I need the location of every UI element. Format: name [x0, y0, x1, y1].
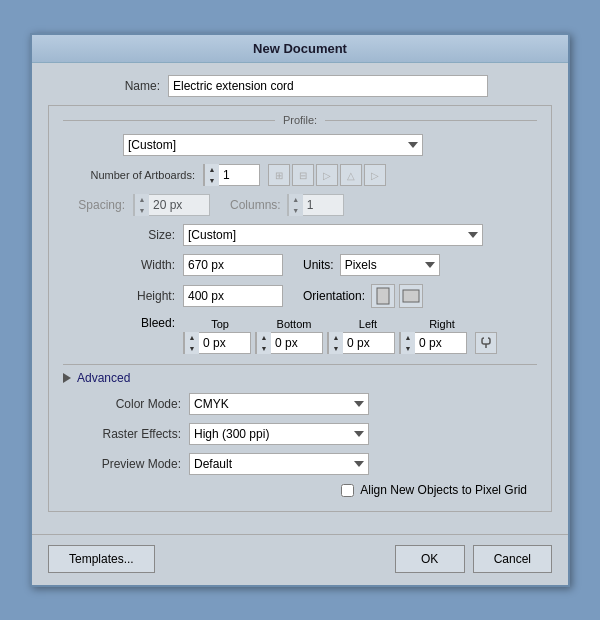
spacing-label: Spacing:	[63, 198, 133, 212]
bleed-bottom-input[interactable]	[271, 333, 317, 353]
spacing-input[interactable]	[149, 195, 209, 215]
bleed-bottom-up[interactable]: ▲	[257, 332, 271, 343]
profile-select[interactable]: [Custom] Print Web Mobile	[123, 134, 423, 156]
bleed-top-spinner[interactable]: ▲ ▼	[183, 332, 251, 354]
preview-mode-label: Preview Mode:	[79, 457, 189, 471]
advanced-label: Advanced	[77, 371, 130, 385]
columns-down[interactable]: ▼	[289, 205, 303, 216]
height-input[interactable]	[183, 285, 283, 307]
bleed-left-spinner[interactable]: ▲ ▼	[327, 332, 395, 354]
bleed-top-label: Top	[183, 318, 257, 330]
svg-rect-0	[377, 288, 389, 304]
grid-icon[interactable]: ⊞	[268, 164, 290, 186]
color-mode-row: Color Mode: CMYK RGB	[79, 393, 537, 415]
bleed-bottom-spinner[interactable]: ▲ ▼	[255, 332, 323, 354]
new-document-dialog: New Document Name: Profile: [Custom] Pri…	[30, 33, 570, 587]
spacing-down[interactable]: ▼	[135, 205, 149, 216]
preview-mode-select[interactable]: Default Pixel Overprint	[189, 453, 369, 475]
spacing-row: Spacing: ▲ ▼ Columns: ▲ ▼	[63, 194, 537, 216]
height-label: Height:	[63, 289, 183, 303]
artboards-spinner[interactable]: ▲ ▼	[203, 164, 260, 186]
advanced-triangle-icon	[63, 373, 71, 383]
raster-select[interactable]: High (300 ppi) Medium (150 ppi) Low (72 …	[189, 423, 369, 445]
name-row: Name:	[48, 75, 552, 97]
grid2-icon[interactable]: ⊟	[292, 164, 314, 186]
orientation-label: Orientation:	[303, 289, 365, 303]
align-checkbox[interactable]	[341, 484, 354, 497]
advanced-section: Advanced Color Mode: CMYK RGB Raster Eff…	[63, 364, 537, 497]
profile-divider: Profile:	[63, 114, 537, 126]
arrange-right-icon[interactable]: ▷	[316, 164, 338, 186]
artboards-input[interactable]	[219, 165, 259, 185]
artboard-layout-icons: ⊞ ⊟ ▷ △ ▷	[268, 164, 386, 186]
align-label: Align New Objects to Pixel Grid	[360, 483, 527, 497]
bleed-right-spinner[interactable]: ▲ ▼	[399, 332, 467, 354]
preview-mode-row: Preview Mode: Default Pixel Overprint	[79, 453, 537, 475]
spacing-up[interactable]: ▲	[135, 194, 149, 205]
portrait-btn[interactable]	[371, 284, 395, 308]
columns-spinner[interactable]: ▲ ▼	[287, 194, 344, 216]
arrange-up-icon[interactable]: △	[340, 164, 362, 186]
bleed-right-down[interactable]: ▼	[401, 343, 415, 354]
size-row: Size: [Custom] Letter Legal A4	[63, 224, 537, 246]
width-units-row: Width: Units: Pixels Points Inches Milli…	[63, 254, 537, 276]
profile-divider-label: Profile:	[275, 114, 325, 126]
bleed-bottom-down[interactable]: ▼	[257, 343, 271, 354]
height-orient-row: Height: Orientation:	[63, 284, 537, 308]
spacing-spinner[interactable]: ▲ ▼	[133, 194, 210, 216]
bleed-right-label: Right	[405, 318, 479, 330]
artboards-up[interactable]: ▲	[205, 164, 219, 175]
raster-label: Raster Effects:	[79, 427, 189, 441]
templates-button[interactable]: Templates...	[48, 545, 155, 573]
orientation-buttons	[371, 284, 423, 308]
bleed-label: Bleed:	[63, 316, 183, 330]
columns-label: Columns:	[230, 198, 281, 212]
units-select[interactable]: Pixels Points Inches Millimeters	[340, 254, 440, 276]
dialog-footer: Templates... OK Cancel	[32, 534, 568, 585]
bleed-link-btn[interactable]	[475, 332, 497, 354]
artboards-row: Number of Artboards: ▲ ▼ ⊞ ⊟ ▷ △ ▷	[63, 164, 537, 186]
bleed-left-input[interactable]	[343, 333, 389, 353]
profile-row: [Custom] Print Web Mobile	[63, 134, 537, 156]
raster-row: Raster Effects: High (300 ppi) Medium (1…	[79, 423, 537, 445]
bleed-top-input[interactable]	[199, 333, 245, 353]
align-checkbox-row: Align New Objects to Pixel Grid	[79, 483, 537, 497]
bleed-left-up[interactable]: ▲	[329, 332, 343, 343]
width-label: Width:	[63, 258, 183, 272]
artboards-down[interactable]: ▼	[205, 175, 219, 186]
columns-up[interactable]: ▲	[289, 194, 303, 205]
bleed-top-down[interactable]: ▼	[185, 343, 199, 354]
color-mode-select[interactable]: CMYK RGB	[189, 393, 369, 415]
ok-button[interactable]: OK	[395, 545, 465, 573]
name-input[interactable]	[168, 75, 488, 97]
landscape-btn[interactable]	[399, 284, 423, 308]
bleed-bottom-label: Bottom	[257, 318, 331, 330]
svg-rect-1	[403, 290, 419, 302]
units-label: Units:	[303, 258, 334, 272]
dialog-title: New Document	[32, 35, 568, 63]
width-input[interactable]	[183, 254, 283, 276]
columns-input[interactable]	[303, 195, 343, 215]
cancel-button[interactable]: Cancel	[473, 545, 552, 573]
bleed-top-up[interactable]: ▲	[185, 332, 199, 343]
bleed-left-label: Left	[331, 318, 405, 330]
size-select[interactable]: [Custom] Letter Legal A4	[183, 224, 483, 246]
bleed-right-input[interactable]	[415, 333, 461, 353]
footer-right-buttons: OK Cancel	[395, 545, 552, 573]
bleed-section: Bleed: Top Bottom Left Right ▲ ▼	[63, 316, 537, 354]
name-label: Name:	[48, 79, 168, 93]
color-mode-label: Color Mode:	[79, 397, 189, 411]
size-label: Size:	[63, 228, 183, 242]
bleed-left-down[interactable]: ▼	[329, 343, 343, 354]
arrange-down-icon[interactable]: ▷	[364, 164, 386, 186]
advanced-content: Color Mode: CMYK RGB Raster Effects: Hig…	[63, 393, 537, 497]
advanced-toggle[interactable]: Advanced	[63, 371, 537, 385]
bleed-right-up[interactable]: ▲	[401, 332, 415, 343]
main-section: Profile: [Custom] Print Web Mobile Numbe…	[48, 105, 552, 512]
artboards-label: Number of Artboards:	[63, 169, 203, 181]
